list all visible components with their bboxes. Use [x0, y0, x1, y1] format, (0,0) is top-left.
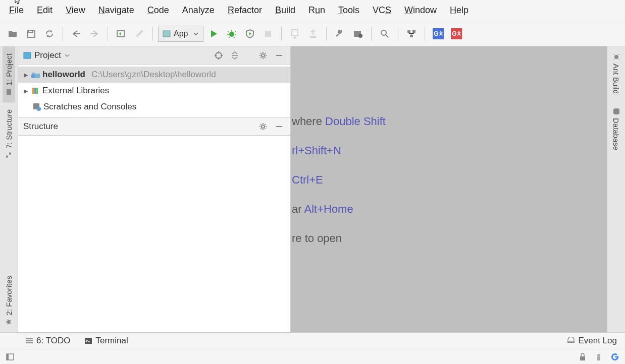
menu-file[interactable]: File — [3, 3, 30, 18]
svg-point-32 — [597, 354, 600, 357]
hint-line: where Double Shift — [291, 107, 386, 136]
menu-vcs[interactable]: VCS — [367, 3, 397, 18]
debug-icon[interactable] — [224, 26, 240, 42]
rail-favorites[interactable]: 2: Favorites — [3, 269, 15, 332]
hint-line: ar Alt+Home — [291, 195, 386, 224]
toolbar: App G文 G文 — [0, 21, 625, 46]
tree-scratches[interactable]: Scratches and Consoles — [18, 99, 290, 115]
project-panel-header: Project — [18, 46, 290, 65]
svg-point-23 — [37, 107, 41, 111]
tool-terminal[interactable]: Terminal — [84, 336, 128, 346]
back-icon[interactable] — [68, 26, 84, 42]
svg-rect-19 — [32, 88, 34, 94]
tool-event-log[interactable]: Event Log — [567, 336, 617, 346]
profile-icon[interactable] — [305, 26, 321, 42]
menu-code[interactable]: Code — [141, 3, 175, 18]
svg-point-24 — [262, 125, 265, 128]
lock-icon[interactable] — [578, 352, 588, 362]
structure-icon[interactable] — [403, 26, 420, 42]
libraries-icon — [31, 87, 40, 95]
attach-icon[interactable] — [287, 26, 303, 42]
menu-tools[interactable]: Tools — [332, 3, 366, 18]
editor-area: where Double Shift rl+Shift+N Ctrl+E ar … — [291, 46, 607, 332]
svg-rect-18 — [31, 75, 34, 78]
database-icon — [613, 108, 620, 115]
open-icon[interactable] — [5, 26, 21, 42]
rail-structure[interactable]: 7: Structure — [3, 102, 15, 166]
svg-rect-11 — [410, 35, 413, 37]
svg-rect-1 — [163, 31, 170, 37]
menu-refactor[interactable]: Refactor — [222, 3, 268, 18]
tool-todo[interactable]: 6: TODO — [25, 336, 70, 346]
svg-rect-30 — [7, 354, 9, 360]
structure-icon — [6, 152, 13, 159]
svg-point-8 — [381, 30, 386, 35]
project-view-icon — [23, 52, 31, 59]
tree-ext-libs[interactable]: ▸ External Libraries — [18, 83, 290, 99]
folder-icon — [6, 88, 13, 95]
forward-icon[interactable] — [86, 26, 102, 42]
svg-rect-33 — [597, 357, 600, 360]
svg-rect-27 — [85, 338, 92, 344]
menu-window[interactable]: Window — [398, 3, 443, 18]
star-icon — [6, 318, 13, 325]
structure-panel-title: Structure — [23, 122, 58, 132]
google-icon[interactable] — [610, 352, 620, 362]
rail-ant-build[interactable]: Ant Build — [610, 46, 622, 101]
run-config-selector[interactable]: App — [158, 26, 203, 42]
hammer-icon[interactable] — [131, 26, 147, 42]
gear-icon[interactable] — [257, 120, 269, 133]
wrench-icon[interactable] — [332, 26, 348, 42]
svg-rect-28 — [567, 342, 575, 343]
menu-run[interactable]: Run — [302, 3, 331, 18]
minimize-icon[interactable] — [273, 120, 285, 133]
tree-root-name: helloworld — [42, 70, 85, 80]
toolwindows-toggle-icon[interactable] — [5, 352, 15, 362]
window-icon — [163, 30, 171, 37]
translate-blue-icon[interactable]: G文 — [430, 26, 446, 42]
svg-rect-5 — [310, 36, 316, 38]
rail-database[interactable]: Database — [610, 101, 622, 157]
bottom-tool-windows: 6: TODO Terminal Event Log — [0, 332, 625, 349]
translate-red-icon[interactable]: G文 — [448, 26, 464, 42]
gear-icon[interactable] — [257, 49, 269, 62]
structure-panel-header: Structure — [18, 117, 290, 136]
locate-icon[interactable] — [213, 49, 225, 62]
rail-project[interactable]: 1: Project — [3, 46, 15, 102]
inspector-icon[interactable] — [594, 352, 604, 362]
run-config-label: App — [174, 29, 188, 38]
tree-root-path: C:\Users\gzn\Desktop\helloworld — [91, 70, 216, 80]
svg-point-25 — [614, 55, 618, 59]
svg-rect-3 — [265, 31, 271, 37]
expand-arrow-icon[interactable]: ▸ — [22, 86, 29, 96]
ant-icon — [613, 53, 620, 60]
menu-navigate[interactable]: Navigate — [92, 3, 140, 18]
menu-analyze[interactable]: Analyze — [176, 3, 221, 18]
coverage-icon[interactable] — [242, 26, 258, 42]
settings-icon[interactable] — [350, 26, 366, 42]
module-folder-icon — [31, 71, 40, 79]
project-tree: ▸ helloworld C:\Users\gzn\Desktop\hellow… — [18, 65, 290, 117]
sync-icon[interactable] — [41, 26, 58, 42]
tree-root[interactable]: ▸ helloworld C:\Users\gzn\Desktop\hellow… — [18, 67, 290, 83]
menu-build[interactable]: Build — [269, 3, 301, 18]
expand-arrow-icon[interactable]: ▸ — [22, 70, 29, 80]
minimize-icon[interactable] — [273, 49, 285, 62]
menu-help[interactable]: Help — [444, 3, 475, 18]
menu-edit[interactable]: Edit — [31, 3, 59, 18]
terminal-icon — [84, 337, 92, 344]
tree-extlibs-label: External Libraries — [42, 86, 109, 96]
svg-rect-15 — [24, 52, 31, 58]
hint-line: re to open — [291, 224, 386, 253]
svg-rect-13 — [7, 156, 9, 158]
run-icon[interactable] — [205, 26, 222, 42]
save-icon[interactable] — [23, 26, 39, 42]
collapse-icon[interactable] — [229, 49, 241, 62]
search-icon[interactable] — [377, 26, 393, 42]
svg-rect-10 — [412, 30, 415, 33]
stop-icon[interactable] — [260, 26, 276, 42]
chevron-down-icon[interactable] — [64, 53, 70, 58]
status-bar — [0, 349, 625, 364]
make-icon[interactable] — [113, 26, 129, 42]
menu-view[interactable]: View — [60, 3, 91, 18]
